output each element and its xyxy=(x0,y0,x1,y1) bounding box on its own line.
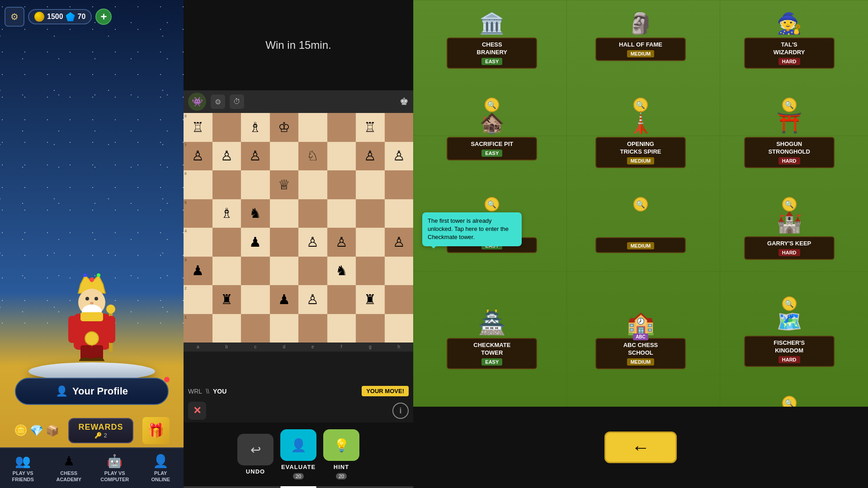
chess-cell-2-0[interactable]: 6 xyxy=(184,170,212,199)
chess-cell-2-3[interactable]: ♕ xyxy=(270,170,299,199)
col-label-d: d xyxy=(270,343,299,352)
map-cell-garrys-keep[interactable]: 🏰 GARRY'S KEEP HARD 🔍 xyxy=(715,203,863,303)
chess-cell-7-1[interactable] xyxy=(212,314,241,343)
map-cell-sacrifice-pit[interactable]: 🏚️ SACRIFICE PIT EASY 🔍 xyxy=(418,104,566,203)
chess-cell-0-4[interactable] xyxy=(298,113,327,142)
nav-play-vs-computer[interactable]: 🤖 PLAY VSCOMPUTER xyxy=(92,448,138,488)
chess-cell-0-3[interactable]: ♔ xyxy=(270,113,299,142)
chess-cell-1-1[interactable]: ♙ xyxy=(212,142,241,171)
close-button[interactable]: ✕ xyxy=(188,402,206,420)
chess-cell-2-5[interactable] xyxy=(327,170,356,199)
chess-cell-5-5[interactable]: ♞ xyxy=(327,257,356,286)
chess-cell-7-0[interactable]: 1 xyxy=(184,314,212,343)
nav-chess-academy[interactable]: ♟ CHESSACADEMY xyxy=(46,448,92,488)
settings-button[interactable]: ⚙ xyxy=(5,7,24,27)
chess-cell-2-6[interactable] xyxy=(356,170,385,199)
coins-icon: 🪙 xyxy=(14,424,28,437)
chess-cell-7-3[interactable] xyxy=(270,314,299,343)
chess-cell-7-6[interactable] xyxy=(356,314,385,343)
chess-cell-1-5[interactable] xyxy=(327,142,356,171)
map-cell-opening-tricks[interactable]: 🗼 OPENINGTRICKS SPIRE MEDIUM 🔍 xyxy=(566,104,715,203)
chess-cell-1-3[interactable] xyxy=(270,142,299,171)
chess-cell-5-0[interactable]: 3♟ xyxy=(184,257,212,286)
chess-cell-6-5[interactable] xyxy=(327,285,356,314)
chess-cell-3-5[interactable] xyxy=(327,199,356,228)
chess-cell-7-7[interactable] xyxy=(385,314,414,343)
chess-cell-4-7[interactable]: ♙ xyxy=(385,228,414,257)
chess-cell-7-5[interactable] xyxy=(327,314,356,343)
chess-cell-6-6[interactable]: ♜ xyxy=(356,285,385,314)
chess-cell-4-0[interactable]: 4 xyxy=(184,228,212,257)
add-currency-button[interactable]: + xyxy=(95,9,112,25)
gift-box[interactable]: 🎁 xyxy=(142,417,170,444)
chess-cell-6-1[interactable]: ♜ xyxy=(212,285,241,314)
chess-cell-4-2[interactable]: ♟ xyxy=(241,228,270,257)
piece-WN-1-4: ♘ xyxy=(307,149,319,163)
chess-cell-0-5[interactable] xyxy=(327,113,356,142)
chess-cell-7-4[interactable] xyxy=(298,314,327,343)
search-icon-fischers-kingdom[interactable]: 🔍 xyxy=(782,396,797,407)
chess-cell-5-4[interactable] xyxy=(298,257,327,286)
chess-cell-0-2[interactable]: ♗ xyxy=(241,113,270,142)
chess-board[interactable]: 8♖♗♔♖7♙♙♙♘♙♙6♕5♗♞4♟♙♙♙3♟♞2♜♟♙♜1 xyxy=(184,113,413,343)
chess-cell-6-3[interactable]: ♟ xyxy=(270,285,299,314)
chess-cell-3-7[interactable] xyxy=(385,199,414,228)
info-button[interactable]: i xyxy=(392,403,409,419)
map-cell-shogun[interactable]: ⛩️ SHOGUNSTRONGHOLD HARD 🔍 xyxy=(715,104,863,203)
nav-play-online[interactable]: 👤 PLAYONLINE xyxy=(138,448,184,488)
chess-cell-0-1[interactable] xyxy=(212,113,241,142)
chess-cell-1-4[interactable]: ♘ xyxy=(298,142,327,171)
undo-button[interactable]: ↩ UNDO xyxy=(237,434,274,475)
map-cell-tals-wizardry[interactable]: 🧙 TAL'SWIZARDRY HARD 🔍 xyxy=(715,5,863,104)
chess-cell-0-7[interactable] xyxy=(385,113,414,142)
chess-cell-4-5[interactable]: ♙ xyxy=(327,228,356,257)
chess-cell-5-2[interactable] xyxy=(241,257,270,286)
chess-cell-4-4[interactable]: ♙ xyxy=(298,228,327,257)
map-cell-fischers-kingdom[interactable]: 🗺️ FISCHER'SKINGDOM HARD 🔍 xyxy=(715,303,863,402)
chess-cell-2-4[interactable] xyxy=(298,170,327,199)
chess-cell-0-0[interactable]: 8♖ xyxy=(184,113,212,142)
chess-cell-4-3[interactable] xyxy=(270,228,299,257)
chess-cell-4-1[interactable] xyxy=(212,228,241,257)
nav-play-vs-friends[interactable]: 👥 PLAY VSFRIENDS xyxy=(0,448,46,488)
profile-button[interactable]: 👤 Your Profile xyxy=(15,378,169,405)
chess-cell-5-1[interactable] xyxy=(212,257,241,286)
chess-cell-3-1[interactable]: ♗ xyxy=(212,199,241,228)
action-row: ✕ i xyxy=(184,399,413,422)
chess-cell-0-6[interactable]: ♖ xyxy=(356,113,385,142)
hint-button[interactable]: 💡 HINT 20 xyxy=(323,429,359,479)
chess-cell-1-2[interactable]: ♙ xyxy=(241,142,270,171)
chess-cell-4-6[interactable] xyxy=(356,228,385,257)
piece-WK-0-3: ♔ xyxy=(278,121,290,134)
chess-cell-5-7[interactable] xyxy=(385,257,414,286)
evaluate-button[interactable]: 👤 EVALUATE 20 xyxy=(280,429,316,479)
chess-cell-3-4[interactable] xyxy=(298,199,327,228)
rewards-button[interactable]: REWARDS 🔑 2 xyxy=(68,418,133,443)
chess-cell-1-7[interactable]: ♙ xyxy=(385,142,414,171)
chess-cell-2-1[interactable] xyxy=(212,170,241,199)
chess-cell-5-6[interactable] xyxy=(356,257,385,286)
difficulty-garrys-keep: HARD xyxy=(778,249,800,256)
col-label-b: b xyxy=(212,343,241,352)
map-cell-chess-brainery[interactable]: 🏛️ CHESSBRAINERY EASY 🔍 xyxy=(418,5,566,104)
chess-cell-5-3[interactable] xyxy=(270,257,299,286)
chess-cell-1-0[interactable]: 7♙ xyxy=(184,142,212,171)
map-cell-abc-chess-school[interactable]: 🏫 ABC ABC CHESSSCHOOL MEDIUM xyxy=(566,303,715,402)
settings-icon[interactable]: ⚙ xyxy=(211,94,225,109)
chess-cell-6-0[interactable]: 2 xyxy=(184,285,212,314)
chess-cell-3-6[interactable] xyxy=(356,199,385,228)
map-cell-checkmate-tower[interactable]: 🏯 CHECKMATETOWER EASY xyxy=(418,303,566,402)
map-cell-hall-of-fame[interactable]: 🗿 HALL OF FAME MEDIUM 🔍 xyxy=(566,5,715,104)
chess-cell-3-2[interactable]: ♞ xyxy=(241,199,270,228)
chess-cell-2-2[interactable] xyxy=(241,170,270,199)
back-button[interactable]: ← xyxy=(604,432,677,463)
chess-cell-2-7[interactable] xyxy=(385,170,414,199)
world-map[interactable]: 🏛️ CHESSBRAINERY EASY 🔍 🗿 HALL OF FAME M… xyxy=(413,0,868,407)
chess-cell-3-0[interactable]: 5 xyxy=(184,199,212,228)
chess-cell-1-6[interactable]: ♙ xyxy=(356,142,385,171)
chess-cell-7-2[interactable] xyxy=(241,314,270,343)
chess-cell-6-2[interactable] xyxy=(241,285,270,314)
chess-cell-6-7[interactable] xyxy=(385,285,414,314)
chess-cell-3-3[interactable] xyxy=(270,199,299,228)
chess-cell-6-4[interactable]: ♙ xyxy=(298,285,327,314)
